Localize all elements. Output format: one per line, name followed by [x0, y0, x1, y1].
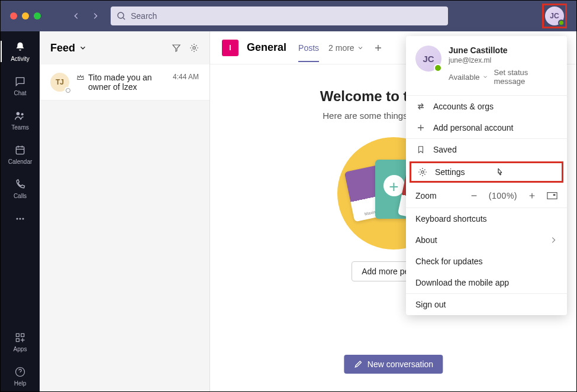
fullscreen-icon[interactable] — [547, 192, 557, 200]
profile-button[interactable]: JC — [542, 4, 567, 28]
rail-help[interactable]: Help — [1, 361, 40, 391]
avatar: JC — [415, 46, 441, 72]
menu-accounts-orgs[interactable]: Accounts & orgs — [406, 96, 567, 117]
rail-label: Activity — [11, 56, 30, 62]
menu-about[interactable]: About — [406, 229, 567, 251]
filter-icon[interactable] — [172, 43, 181, 53]
menu-add-personal-account[interactable]: Add personal account — [406, 117, 567, 138]
tab-posts[interactable]: Posts — [298, 43, 319, 62]
rail-label: Apps — [14, 346, 27, 352]
swap-icon — [415, 102, 426, 111]
rail-calls[interactable]: Calls — [1, 173, 40, 204]
feed-item-time: 4:44 AM — [173, 73, 199, 92]
rail-teams[interactable]: Teams — [1, 105, 40, 135]
svg-rect-8 — [21, 333, 24, 336]
rail-calendar[interactable]: Calendar — [1, 139, 40, 170]
feed-avatar-initials: TJ — [56, 78, 64, 86]
maximize-window-button[interactable] — [34, 12, 41, 20]
rail-label: Calendar — [8, 158, 33, 165]
svg-rect-9 — [16, 339, 19, 342]
feed-item[interactable]: TJ Tito made you an owner of lzex 4:44 A… — [40, 64, 209, 101]
svg-point-12 — [421, 171, 424, 173]
rail-apps[interactable]: Apps — [1, 326, 40, 357]
phone-icon — [14, 178, 27, 191]
svg-point-11 — [193, 47, 195, 49]
add-tab-button[interactable] — [373, 43, 383, 53]
close-window-button[interactable] — [10, 12, 17, 20]
feed-title-dropdown[interactable]: Feed — [50, 42, 87, 54]
bookmark-icon — [415, 145, 426, 154]
zoom-in-button[interactable] — [528, 192, 536, 200]
set-status-message[interactable]: Set status message — [494, 68, 557, 86]
more-icon — [14, 212, 27, 225]
calendar-icon — [14, 144, 27, 157]
team-tile: l — [222, 40, 238, 56]
profile-menu-header: JC June Castillote june@lzex.ml Availabl… — [406, 36, 567, 95]
chevron-down-icon — [482, 74, 488, 80]
avatar: JC — [545, 7, 564, 25]
svg-point-4 — [17, 218, 18, 220]
minimize-window-button[interactable] — [22, 12, 29, 20]
feed-item-text: Tito made you an owner of lzex — [88, 73, 168, 92]
plus-icon — [415, 123, 426, 132]
rail-chat[interactable]: Chat — [1, 70, 40, 101]
menu-keyboard-shortcuts[interactable]: Keyboard shortcuts — [406, 208, 567, 229]
apps-icon — [14, 331, 27, 344]
search-icon — [117, 11, 126, 21]
compose-icon — [353, 359, 363, 369]
feed-header: Feed — [40, 31, 209, 64]
zoom-value: (100%) — [489, 191, 517, 200]
gear-icon — [417, 167, 428, 177]
rail-label: Chat — [14, 90, 26, 96]
menu-saved[interactable]: Saved — [406, 139, 567, 160]
svg-rect-14 — [553, 194, 556, 196]
menu-zoom-row: Zoom (100%) — [406, 184, 567, 208]
svg-point-6 — [22, 218, 24, 220]
profile-name: June Castillote — [449, 46, 557, 55]
bell-icon — [14, 41, 27, 54]
feed-title-text: Feed — [50, 42, 75, 54]
menu-check-updates[interactable]: Check for updates — [406, 251, 567, 272]
menu-download-mobile[interactable]: Download the mobile app — [406, 272, 567, 293]
profile-menu: JC June Castillote june@lzex.ml Availabl… — [406, 36, 567, 315]
gear-icon[interactable] — [189, 43, 199, 53]
chevron-down-icon — [79, 44, 87, 52]
chevron-right-icon — [91, 12, 99, 20]
nav-back-button[interactable] — [69, 9, 83, 23]
nav-forward-button[interactable] — [88, 9, 102, 23]
chevron-down-icon — [357, 44, 364, 51]
search-input[interactable]: Search — [111, 7, 448, 25]
svg-rect-3 — [16, 147, 24, 154]
feed-avatar: TJ — [50, 73, 69, 92]
rail-label: Calls — [14, 193, 27, 199]
svg-point-0 — [118, 12, 124, 18]
feed-pane: Feed TJ Tito made you an owner of lzex 4… — [40, 31, 210, 391]
chat-icon — [14, 75, 27, 88]
presence-available-icon — [558, 20, 565, 26]
search-placeholder: Search — [131, 11, 157, 21]
chevron-right-icon — [549, 236, 557, 244]
avatar-initials: JC — [550, 12, 559, 20]
new-conversation-button[interactable]: New conversation — [344, 355, 443, 374]
presence-offline-icon — [65, 87, 70, 93]
app-rail: Activity Chat Teams Calendar Calls Apps … — [1, 31, 40, 391]
owner-crown-icon — [76, 73, 85, 82]
profile-email: june@lzex.ml — [449, 56, 557, 64]
menu-sign-out[interactable]: Sign out — [406, 294, 567, 315]
tab-more-dropdown[interactable]: 2 more — [328, 43, 364, 53]
svg-point-1 — [17, 112, 20, 116]
help-icon — [14, 365, 27, 378]
titlebar: Search JC — [1, 1, 576, 31]
zoom-out-button[interactable] — [470, 192, 478, 200]
chevron-left-icon — [72, 12, 80, 20]
svg-point-2 — [21, 113, 24, 115]
svg-rect-13 — [547, 193, 557, 199]
rail-more[interactable] — [1, 208, 40, 230]
zoom-label: Zoom — [415, 191, 437, 200]
rail-label: Help — [14, 380, 27, 387]
channel-name: General — [247, 41, 286, 54]
menu-settings[interactable]: Settings — [410, 161, 563, 183]
status-dropdown[interactable]: Available — [449, 73, 488, 82]
rail-activity[interactable]: Activity — [1, 36, 40, 67]
svg-point-5 — [20, 218, 21, 220]
